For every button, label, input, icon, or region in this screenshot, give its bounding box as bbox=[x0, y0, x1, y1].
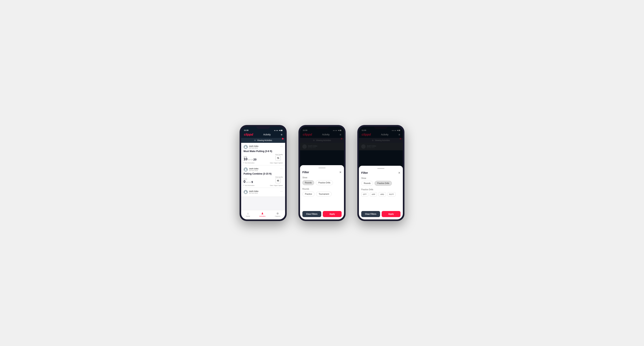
rounds-button-3[interactable]: Rounds bbox=[361, 181, 373, 186]
nav-capture-label: Capture bbox=[275, 215, 280, 217]
user-info-3: Josh Coles 28 Feb 2023 bbox=[244, 190, 258, 194]
filter-modal-overlay-3: Filter ✕ Show Rounds Practice Drills Pra… bbox=[359, 127, 403, 219]
more-options-button[interactable]: ··· bbox=[280, 145, 283, 148]
test-info-text-2: Test Information bbox=[245, 185, 254, 186]
nav-activities[interactable]: ♟ Activities bbox=[260, 212, 266, 217]
user-details-3: Josh Coles 28 Feb 2023 bbox=[249, 190, 258, 194]
nav-home[interactable]: ⌂ Home bbox=[246, 212, 250, 217]
user-details: Josh Coles 28 Feb 2023 bbox=[249, 145, 258, 149]
wifi-icon: ◀ bbox=[279, 130, 280, 131]
phone-1: 11:33 ▲▲▲ ◀ ▮▮ clippd Activity ≡ ⚙ Viewi… bbox=[240, 125, 287, 221]
score-label-2: Score bbox=[244, 178, 253, 180]
user-date: 28 Feb 2023 bbox=[249, 147, 258, 149]
battery-icon: ▮▮ bbox=[281, 130, 282, 131]
signal-icon: ▲▲▲ bbox=[274, 130, 278, 131]
activity-title-2: Putting Combine (3-15 ft) bbox=[244, 173, 283, 175]
rounds-button[interactable]: Rounds bbox=[302, 180, 314, 185]
modal-close-button[interactable]: ✕ bbox=[339, 171, 342, 174]
practice-drills-section-label: Practice Drills bbox=[361, 188, 400, 191]
nav-home-label: Home bbox=[246, 215, 250, 217]
home-icon: ⌂ bbox=[247, 212, 248, 215]
user-date-2: 28 Feb 2023 bbox=[249, 170, 258, 172]
logo: clippd bbox=[244, 133, 253, 136]
card-footer-2: ℹ Test Information Data: Clippd Capture bbox=[244, 184, 283, 186]
activity-card-2[interactable]: Josh Coles 28 Feb 2023 ··· Putting Combi… bbox=[241, 165, 285, 188]
avatar-image bbox=[244, 145, 248, 149]
sq-badge-2: 45 bbox=[275, 178, 281, 183]
card-header-3: Josh Coles 28 Feb 2023 ··· bbox=[244, 190, 283, 194]
arg-button[interactable]: ARG bbox=[378, 192, 386, 196]
filter-modal-overlay: Filter ✕ Show Rounds Practice Drills Rou… bbox=[300, 127, 344, 219]
bottom-nav: ⌂ Home ♟ Activities ⊕ Capture bbox=[241, 210, 285, 219]
activities-icon: ♟ bbox=[261, 212, 264, 215]
clear-filters-button-3[interactable]: Clear Filters bbox=[361, 211, 380, 217]
data-source: Data: Clippd Capture bbox=[270, 162, 283, 164]
avatar-3 bbox=[244, 190, 248, 194]
stats-row-2: Score 0 OUT OF 9 Shot Quality 45 bbox=[244, 176, 283, 183]
rounds-label: Rounds bbox=[302, 188, 342, 190]
practice-drills-button[interactable]: Practice Drills bbox=[316, 180, 333, 185]
show-label: Show bbox=[302, 176, 342, 179]
phone-3: 11:33 ▲▲▲ ◀ ▮▮ clippd Activity ≡ ⚙ Viewi… bbox=[357, 125, 404, 221]
user-details-2: Josh Coles 28 Feb 2023 bbox=[249, 168, 258, 172]
modal-header-3: Filter ✕ bbox=[361, 171, 400, 174]
modal-handle-3 bbox=[377, 168, 384, 169]
viewing-banner-text: Viewing Activities bbox=[257, 139, 272, 142]
app-button[interactable]: APP bbox=[370, 192, 377, 196]
data-source-2: Data: Clippd Capture bbox=[270, 185, 283, 186]
ott-button[interactable]: OTT bbox=[361, 192, 368, 196]
card-header: Josh Coles 28 Feb 2023 ··· bbox=[244, 145, 283, 149]
show-filter-buttons: Rounds Practice Drills bbox=[302, 180, 342, 185]
more-options-button-3[interactable]: ··· bbox=[280, 190, 283, 192]
activity-card-1[interactable]: Josh Coles 28 Feb 2023 ··· Must Make Put… bbox=[241, 143, 285, 165]
clear-filters-button[interactable]: Clear Filters bbox=[302, 211, 321, 217]
rounds-filter-buttons: Practice Tournament bbox=[302, 192, 342, 196]
phone-screen-2: 11:33 ▲▲▲ ◀ ▮▮ clippd Activity ≡ ⚙ Viewi… bbox=[300, 127, 344, 219]
status-icons: ▲▲▲ ◀ ▮▮ bbox=[274, 130, 282, 131]
capture-icon: ⊕ bbox=[276, 212, 279, 215]
more-options-button-2[interactable]: ··· bbox=[280, 167, 283, 170]
user-info-2: Josh Coles 28 Feb 2023 bbox=[244, 167, 258, 172]
filter-modal: Filter ✕ Show Rounds Practice Drills Rou… bbox=[300, 165, 344, 219]
time: 11:33 bbox=[244, 129, 248, 131]
filter-modal-3: Filter ✕ Show Rounds Practice Drills Pra… bbox=[359, 166, 403, 219]
apply-button[interactable]: Apply bbox=[323, 211, 342, 217]
avatar-image-3 bbox=[244, 190, 248, 194]
modal-close-button-3[interactable]: ✕ bbox=[398, 171, 400, 174]
score-label: Score bbox=[244, 156, 256, 157]
putt-button[interactable]: PUTT bbox=[388, 192, 396, 196]
user-date-3: 28 Feb 2023 bbox=[249, 192, 258, 194]
score-value: 10 bbox=[244, 157, 248, 161]
viewing-banner[interactable]: ⚙ Viewing Activities bbox=[241, 138, 285, 143]
header-title: Activity bbox=[263, 133, 270, 136]
avatar-image-2 bbox=[244, 168, 248, 172]
user-name-3: Josh Coles bbox=[249, 190, 258, 192]
phone-notch bbox=[256, 125, 270, 129]
modal-footer: Clear Filters Apply bbox=[302, 211, 342, 217]
nav-activities-label: Activities bbox=[260, 215, 266, 217]
tournament-button[interactable]: Tournament bbox=[316, 192, 332, 196]
practice-drills-button-3[interactable]: Practice Drills bbox=[374, 181, 392, 186]
nav-capture[interactable]: ⊕ Capture bbox=[275, 212, 280, 217]
modal-handle bbox=[318, 168, 326, 168]
outof-label-2: OUT OF bbox=[246, 182, 251, 183]
activity-card-3[interactable]: Josh Coles 28 Feb 2023 ··· bbox=[241, 188, 285, 197]
avatar-2 bbox=[244, 167, 248, 172]
practice-round-button[interactable]: Practice bbox=[302, 192, 314, 196]
user-info: Josh Coles 28 Feb 2023 bbox=[244, 145, 258, 149]
outof-value-2: 9 bbox=[251, 181, 253, 183]
phone-screen-3: 11:33 ▲▲▲ ◀ ▮▮ clippd Activity ≡ ⚙ Viewi… bbox=[359, 127, 403, 219]
sq-badge: 75 bbox=[275, 155, 281, 161]
apply-button-3[interactable]: Apply bbox=[382, 211, 400, 217]
card-header-2: Josh Coles 28 Feb 2023 ··· bbox=[244, 167, 283, 172]
phone-2: 11:33 ▲▲▲ ◀ ▮▮ clippd Activity ≡ ⚙ Viewi… bbox=[298, 125, 346, 221]
filter-icon: ⚙ bbox=[254, 139, 256, 142]
shot-quality-stat: Shot Quality 75 bbox=[275, 154, 283, 161]
stats-row: Score 10 OUT OF 20 Shot Quality 75 bbox=[244, 154, 283, 161]
menu-icon[interactable]: ≡ bbox=[281, 133, 282, 136]
user-name: Josh Coles bbox=[249, 145, 258, 147]
sq-label: Shot Quality bbox=[275, 154, 283, 155]
test-info-text: Test Information bbox=[245, 162, 254, 164]
outof-label: OUT OF bbox=[248, 159, 253, 161]
card-footer: ℹ Test Information Data: Clippd Capture bbox=[244, 162, 283, 164]
